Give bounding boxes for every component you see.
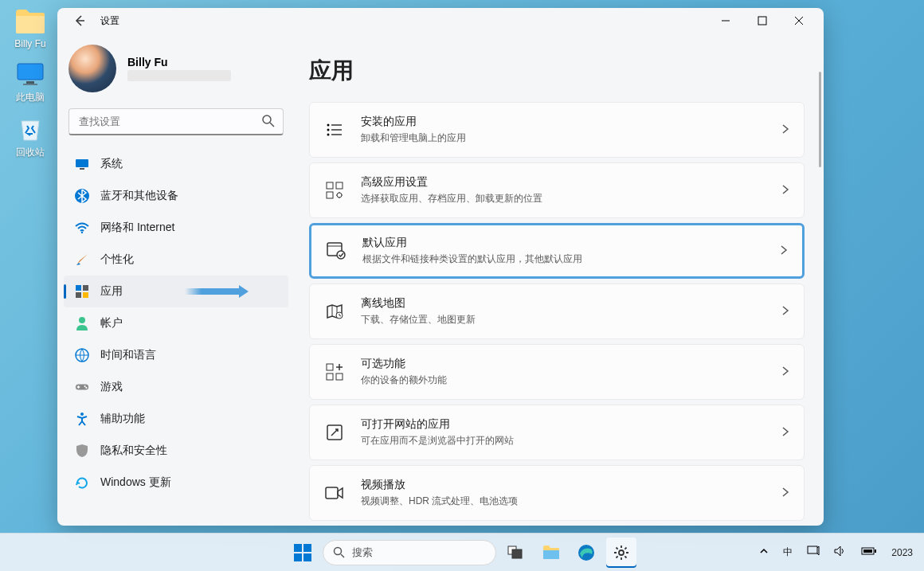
card-video[interactable]: 视频播放视频调整、HDR 流式处理、电池选项 — [309, 465, 805, 521]
close-button[interactable] — [781, 8, 817, 33]
content: 应用 安装的应用卸载和管理电脑上的应用高级应用设置选择获取应用、存档应用、卸载更… — [296, 33, 824, 526]
svg-rect-5 — [76, 159, 88, 167]
maximize-button[interactable] — [744, 8, 781, 33]
sidebar-item-label: 隐私和安全性 — [100, 444, 167, 458]
profile[interactable]: Billy Fu — [64, 33, 288, 108]
svg-point-17 — [80, 413, 84, 416]
taskbar-search-placeholder: 搜索 — [352, 546, 373, 560]
chevron-right-icon — [781, 305, 789, 319]
taskbar-search[interactable]: 搜索 — [323, 540, 496, 565]
tray-overflow-icon[interactable] — [756, 545, 772, 560]
desktop-icon-recyclebin[interactable]: 回收站 — [6, 114, 54, 159]
svg-rect-43 — [863, 549, 872, 553]
clock[interactable]: 2023 — [888, 546, 916, 560]
svg-rect-32 — [326, 487, 338, 499]
card-title: 可打开网站的应用 — [361, 417, 781, 432]
search-icon — [333, 546, 346, 559]
card-title: 高级应用设置 — [361, 175, 781, 190]
edge-button[interactable] — [571, 538, 601, 568]
volume-icon[interactable] — [831, 544, 850, 561]
desktop: Billy Fu 此电脑 回收站 — [0, 0, 61, 175]
profile-name: Billy Fu — [127, 56, 231, 68]
svg-rect-22 — [336, 182, 343, 189]
system-icon — [75, 157, 89, 171]
explorer-button[interactable] — [536, 538, 566, 568]
sidebar-item-apps[interactable]: 应用 — [64, 276, 288, 307]
svg-rect-6 — [80, 168, 84, 170]
sidebar-item-bluetooth[interactable]: 蓝牙和其他设备 — [64, 180, 288, 212]
sidebar-item-personalize[interactable]: 个性化 — [64, 244, 288, 276]
svg-rect-29 — [336, 373, 343, 380]
sidebar-item-time[interactable]: 时间和语言 — [64, 339, 288, 371]
search-input[interactable] — [69, 108, 284, 135]
brush-icon — [75, 252, 89, 267]
thispc-icon — [14, 59, 46, 89]
svg-rect-42 — [875, 549, 876, 553]
website-icon — [324, 422, 345, 443]
profile-email-redacted — [127, 70, 231, 81]
svg-point-16 — [85, 387, 87, 389]
desktop-icon-thispc[interactable]: 此电脑 — [6, 59, 54, 104]
scrollbar[interactable] — [819, 72, 821, 167]
taskbar: 搜索 中 2023 — [0, 533, 924, 571]
svg-point-18 — [327, 124, 330, 127]
svg-rect-28 — [327, 364, 333, 370]
card-adv[interactable]: 高级应用设置选择获取应用、存档应用、卸载更新的位置 — [309, 162, 805, 218]
sidebar-item-gaming[interactable]: 游戏 — [64, 371, 288, 403]
folder-icon — [14, 6, 46, 37]
svg-rect-40 — [808, 546, 817, 553]
svg-rect-30 — [327, 373, 333, 380]
start-button[interactable] — [288, 538, 318, 568]
sidebar-item-accounts[interactable]: 帐户 — [64, 307, 288, 339]
page-title: 应用 — [309, 56, 808, 86]
svg-rect-23 — [327, 192, 333, 198]
card-title: 可选功能 — [361, 357, 781, 371]
svg-rect-1 — [26, 81, 34, 84]
desktop-icon-folder[interactable]: Billy Fu — [6, 6, 54, 49]
sidebar-item-update[interactable]: Windows 更新 — [64, 467, 288, 499]
shield-icon — [75, 444, 89, 458]
svg-rect-21 — [327, 182, 333, 189]
desktop-icon-label: 回收站 — [6, 146, 54, 159]
battery-icon[interactable] — [858, 545, 880, 560]
svg-rect-9 — [83, 285, 88, 291]
svg-rect-2 — [23, 84, 37, 85]
card-website[interactable]: 可打开网站的应用可在应用而不是浏览器中打开的网站 — [309, 405, 805, 460]
card-subtitle: 根据文件和链接种类设置的默认应用，其他默认应用 — [362, 252, 780, 266]
back-button[interactable] — [72, 13, 88, 29]
card-list[interactable]: 安装的应用卸载和管理电脑上的应用 — [309, 102, 805, 158]
card-subtitle: 选择获取应用、存档应用、卸载更新的位置 — [361, 192, 781, 205]
sidebar-item-label: 系统 — [100, 157, 123, 171]
card-default[interactable]: 默认应用根据文件和链接种类设置的默认应用，其他默认应用 — [309, 223, 805, 279]
accessibility-icon — [75, 412, 89, 426]
avatar — [69, 45, 116, 92]
svg-point-12 — [79, 317, 85, 323]
svg-point-24 — [337, 193, 342, 198]
minimize-button[interactable] — [707, 8, 744, 33]
sidebar-item-system[interactable]: 系统 — [64, 148, 288, 180]
svg-rect-3 — [758, 17, 766, 25]
card-title: 视频播放 — [361, 478, 781, 492]
windows-logo-icon — [294, 544, 311, 561]
svg-rect-0 — [18, 64, 43, 80]
card-map[interactable]: 离线地图下载、存储位置、地图更新 — [309, 284, 805, 339]
chevron-right-icon — [781, 184, 789, 198]
card-subtitle: 卸载和管理电脑上的应用 — [361, 131, 781, 145]
sidebar-item-accessibility[interactable]: 辅助功能 — [64, 403, 288, 435]
chevron-right-icon — [781, 487, 789, 500]
search-icon — [261, 114, 276, 131]
ime-indicator[interactable]: 中 — [780, 544, 796, 561]
network-icon[interactable] — [804, 544, 823, 561]
sidebar-item-label: 帐户 — [100, 316, 123, 330]
svg-point-4 — [263, 115, 271, 123]
system-tray: 中 2023 — [756, 544, 916, 561]
card-optional[interactable]: 可选功能你的设备的额外功能 — [309, 344, 805, 400]
svg-rect-11 — [83, 292, 88, 298]
taskview-button[interactable] — [501, 538, 531, 568]
sidebar-item-label: Windows 更新 — [100, 475, 171, 490]
desktop-icon-label: Billy Fu — [6, 38, 54, 49]
settings-button[interactable] — [606, 538, 636, 568]
bluetooth-icon — [75, 189, 89, 203]
sidebar-item-network[interactable]: 网络和 Internet — [64, 212, 288, 244]
sidebar-item-privacy[interactable]: 隐私和安全性 — [64, 435, 288, 467]
